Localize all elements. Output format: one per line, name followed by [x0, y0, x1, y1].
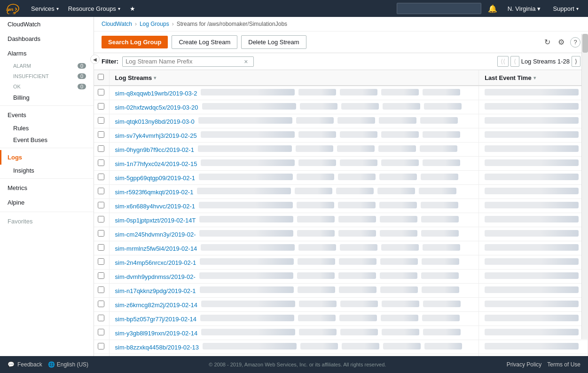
row-checkbox[interactable]: [98, 315, 104, 321]
last-event-time-cell: [479, 114, 588, 128]
settings-button[interactable]: ⚙: [556, 36, 566, 48]
content-area: CloudWatch › Log Groups › Streams for /a…: [94, 17, 588, 356]
breadcrumb-log-groups[interactable]: Log Groups: [140, 21, 169, 27]
row-checkbox-cell: [94, 340, 109, 354]
delete-log-stream-button[interactable]: Delete Log Stream: [241, 35, 306, 49]
row-checkbox[interactable]: [98, 244, 104, 251]
sidebar-item-billing[interactable]: Billing: [0, 92, 94, 103]
log-stream-name-link[interactable]: sim-dvmh9ypdnmss/2019-02-: [115, 273, 196, 280]
row-checkbox[interactable]: [98, 286, 104, 293]
row-checkbox[interactable]: [98, 103, 104, 110]
row-checkbox[interactable]: [98, 216, 104, 222]
row-checkbox[interactable]: [98, 131, 104, 138]
resource-groups-nav[interactable]: Resource Groups ▾: [63, 0, 125, 17]
log-stream-name-link[interactable]: sim-y3gb8l919nxn/2019-02-14: [115, 330, 198, 337]
log-stream-name-link[interactable]: sim-x6n688y4hvvc/2019-02-1: [115, 203, 196, 210]
log-stream-name-link[interactable]: sim-qtqk013ny8bd/2019-03-0: [115, 118, 195, 125]
toolbar: Search Log Group Create Log Stream Delet…: [94, 32, 588, 53]
row-checkbox[interactable]: [98, 117, 104, 124]
sidebar-item-event-buses[interactable]: Event Buses: [0, 134, 94, 146]
blurred-content: [380, 272, 417, 279]
log-stream-name-link[interactable]: sim-z6krncg82m2j/2019-02-14: [115, 302, 198, 309]
log-stream-name-link[interactable]: sim-mrmlnz5fw5l4/2019-02-14: [115, 245, 197, 252]
log-stream-name-link[interactable]: sim-5gpp69qtgp09/2019-02-1: [115, 175, 196, 182]
log-stream-name-link[interactable]: sim-bp5z057gr77j/2019-02-14: [115, 316, 196, 323]
log-stream-name-link[interactable]: sim-2n4mp56nrcxc/2019-02-1: [115, 259, 196, 266]
blurred-content: [420, 117, 458, 124]
last-event-time-cell: [479, 128, 588, 143]
filter-input[interactable]: [125, 58, 243, 65]
row-checkbox[interactable]: [98, 343, 104, 349]
row-checkbox[interactable]: [98, 188, 104, 194]
blurred-content: [298, 286, 335, 293]
row-checkbox[interactable]: [98, 329, 104, 335]
sidebar-item-alpine[interactable]: Alpine: [0, 195, 94, 210]
scrollbar-track[interactable]: [581, 34, 588, 339]
blurred-content: [201, 89, 295, 95]
help-button[interactable]: ?: [570, 37, 580, 48]
log-streams-header[interactable]: Log Streams ▾: [109, 70, 479, 86]
row-checkbox[interactable]: [98, 301, 104, 307]
row-checkbox-cell: [94, 227, 109, 241]
privacy-policy-link[interactable]: Privacy Policy: [507, 361, 542, 368]
log-stream-name-link[interactable]: sim-0sp1jptpxtzt/2019-02-14T: [115, 217, 196, 224]
blurred-content: [197, 188, 291, 194]
sidebar-item-events[interactable]: Events: [0, 108, 94, 122]
log-stream-name-link[interactable]: sim-1n77hfyxc0z4/2019-02-15: [115, 160, 197, 167]
row-checkbox[interactable]: [98, 145, 104, 152]
create-log-stream-button[interactable]: Create Log Stream: [172, 35, 237, 49]
sidebar-collapse-button[interactable]: ◀: [90, 55, 100, 64]
row-checkbox[interactable]: [98, 272, 104, 279]
log-stream-name-link[interactable]: sim-n17qkknz9pdg/2019-02-1: [115, 287, 196, 294]
last-event-time-header[interactable]: Last Event Time ▾: [479, 70, 588, 86]
blurred-content: [382, 329, 419, 335]
refresh-button[interactable]: ↻: [542, 36, 552, 48]
sidebar-item-logs[interactable]: Logs: [0, 150, 94, 165]
feedback-button[interactable]: 💬 Feedback: [8, 361, 42, 368]
sidebar-item-insights[interactable]: Insights: [0, 165, 94, 176]
nav-search-input[interactable]: [397, 3, 481, 14]
log-stream-name-link[interactable]: sim-b8zzxkq4458b/2019-02-13: [115, 344, 199, 351]
row-checkbox[interactable]: [98, 230, 104, 237]
sidebar-item-rules[interactable]: Rules: [0, 122, 94, 134]
scrollbar-thumb[interactable]: [582, 34, 588, 53]
blurred-content: [423, 131, 460, 138]
log-stream-name-link[interactable]: sim-cm245hdvmn3y/2019-02-: [115, 231, 196, 238]
aws-logo[interactable]: aws: [5, 2, 22, 15]
services-nav[interactable]: Services ▾: [26, 0, 63, 17]
region-selector[interactable]: N. Virginia ▾: [504, 5, 545, 12]
sidebar-item-insufficient[interactable]: INSUFFICIENT 0: [0, 71, 94, 81]
sidebar-item-ok[interactable]: OK 0: [0, 81, 94, 92]
favorites-nav[interactable]: ★: [125, 0, 140, 17]
blurred-content: [198, 145, 292, 152]
filter-clear-button[interactable]: ×: [243, 58, 249, 65]
language-selector[interactable]: 🌐 English (US): [48, 361, 88, 368]
search-log-group-button[interactable]: Search Log Group: [102, 36, 168, 48]
pagination-prev-button[interactable]: ⟨: [510, 56, 519, 67]
row-checkbox[interactable]: [98, 174, 104, 180]
log-stream-name-link[interactable]: sim-sv7yk4vmrhj3/2019-02-25: [115, 132, 197, 139]
sidebar-item-alarm[interactable]: ALARM 0: [0, 61, 94, 71]
sidebar-item-label: Logs: [8, 154, 22, 161]
log-stream-name-link[interactable]: sim-q8xqqwb19wrb/2019-03-2: [115, 90, 197, 97]
select-all-checkbox[interactable]: [98, 74, 104, 80]
log-stream-name-link[interactable]: sim-02hxfzwdqc5x/2019-03-20: [115, 104, 198, 111]
blurred-content: [340, 159, 377, 166]
row-checkbox[interactable]: [98, 202, 104, 208]
blurred-content: [423, 89, 460, 95]
log-stream-name-link[interactable]: sim-0hygn9b7f9cc/2019-02-1: [115, 146, 194, 153]
pagination-first-button[interactable]: ⟨⟨: [497, 56, 509, 67]
sidebar-item-metrics[interactable]: Metrics: [0, 181, 94, 195]
support-nav[interactable]: Support ▾: [548, 0, 583, 17]
row-checkbox[interactable]: [98, 159, 104, 166]
notification-icon[interactable]: 🔔: [485, 0, 500, 17]
sidebar-item-alarms[interactable]: Alarms: [0, 46, 94, 61]
row-checkbox[interactable]: [98, 258, 104, 265]
breadcrumb-cloudwatch[interactable]: CloudWatch: [102, 21, 132, 27]
log-stream-name-link[interactable]: sim-r5923f6qmkqt/2019-02-1: [115, 189, 194, 196]
row-checkbox[interactable]: [98, 89, 104, 95]
terms-of-use-link[interactable]: Terms of Use: [547, 361, 580, 368]
pagination-next-button[interactable]: ⟩: [572, 56, 580, 67]
sidebar-item-cloudwatch[interactable]: CloudWatch: [0, 17, 94, 32]
sidebar-item-dashboards[interactable]: Dashboards: [0, 32, 94, 46]
